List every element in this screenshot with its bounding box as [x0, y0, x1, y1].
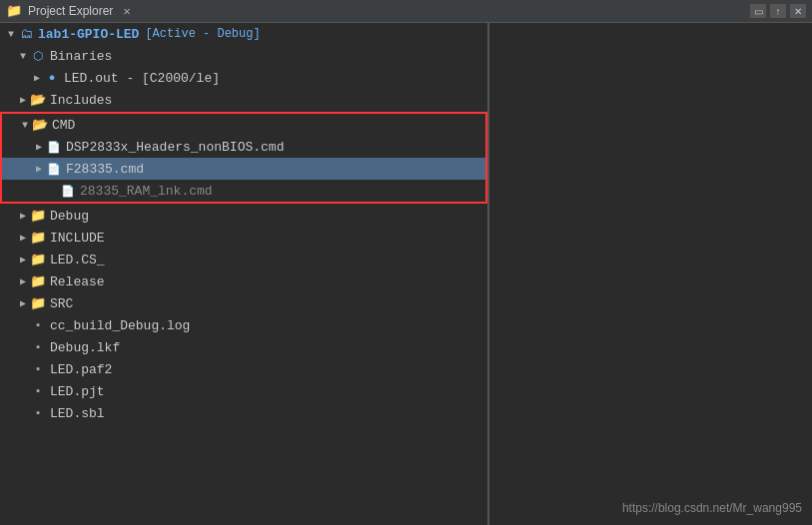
binaries-label: Binaries	[50, 49, 112, 64]
include-folder-label: INCLUDE	[50, 231, 105, 246]
led-out-icon: ●	[44, 70, 60, 86]
28335-lnk-icon: 📄	[60, 183, 76, 199]
led-sbl-icon: ▪	[30, 405, 46, 421]
title-bar: 📁 Project Explorer ✕ ▭ ↑ ✕	[0, 0, 812, 23]
tree-item-debug-lkf[interactable]: ▪ Debug.lkf	[0, 336, 487, 358]
arrow-src-folder	[16, 296, 30, 310]
src-folder-icon: 📁	[30, 295, 46, 311]
arrow-binaries	[16, 49, 30, 63]
cmd-highlighted-section: 📂 CMD 📄 DSP2833x_Headers_nonBIOS.cmd 📄 F…	[0, 112, 487, 204]
arrow-debug-folder	[16, 209, 30, 223]
release-folder-label: Release	[50, 274, 105, 289]
28335-lnk-label: 28335_RAM_lnk.cmd	[80, 184, 213, 199]
includes-folder-icon: 📂	[30, 92, 46, 108]
arrow-cmd	[18, 118, 32, 132]
dsp-cmd-file-icon: 📄	[46, 139, 62, 155]
arrow-project	[4, 27, 18, 41]
dsp-cmd-label: DSP2833x_Headers_nonBIOS.cmd	[66, 140, 284, 155]
includes-label: Includes	[50, 93, 112, 108]
watermark-text: https://blog.csdn.net/Mr_wang995	[622, 501, 802, 515]
tree-item-cc-build[interactable]: ▪ cc_build_Debug.log	[0, 314, 487, 336]
arrow-debug-lkf	[16, 340, 30, 354]
tree-item-src-folder[interactable]: 📁 SRC	[0, 292, 487, 314]
project-badge-label: [Active - Debug]	[145, 27, 260, 41]
binaries-icon: ⬡	[30, 48, 46, 64]
title-bar-controls: ▭ ↑ ✕	[750, 4, 806, 18]
tree-item-release-folder[interactable]: 📁 Release	[0, 270, 487, 292]
title-close-x[interactable]: ✕	[123, 4, 130, 19]
cmd-label: CMD	[52, 118, 75, 133]
include-folder-icon: 📁	[30, 230, 46, 246]
project-explorer-icon: 📁	[6, 3, 22, 19]
led-paf2-label: LED.paf2	[50, 362, 112, 377]
tree-item-led-paf2[interactable]: ▪ LED.paf2	[0, 358, 487, 380]
tree-item-f28335-cmd[interactable]: 📄 F28335.cmd	[2, 158, 485, 180]
led-cs-folder-icon: 📁	[30, 252, 46, 267]
src-folder-label: SRC	[50, 296, 73, 311]
tree-item-binaries[interactable]: ⬡ Binaries	[0, 45, 487, 67]
right-panel: https://blog.csdn.net/Mr_wang995	[489, 23, 812, 525]
tree-item-includes[interactable]: 📂 Includes	[0, 89, 487, 111]
project-name-label: lab1-GPIO-LED	[38, 27, 139, 42]
cc-build-label: cc_build_Debug.log	[50, 318, 190, 333]
tree-item-include-folder[interactable]: 📁 INCLUDE	[0, 227, 487, 249]
arrow-led-paf2	[16, 362, 30, 376]
f28335-cmd-file-icon: 📄	[46, 161, 62, 177]
arrow-led-pjt	[16, 384, 30, 398]
title-bar-left: 📁 Project Explorer ✕	[6, 3, 131, 19]
arrow-led-cs-folder	[16, 253, 30, 266]
led-pjt-icon: ▪	[30, 383, 46, 399]
project-explorer-panel[interactable]: 🗂 lab1-GPIO-LED [Active - Debug] ⬡ Binar…	[0, 23, 489, 525]
led-cs-folder-label: LED.CS_	[50, 253, 105, 267]
arrow-release-folder	[16, 274, 30, 288]
maximize-button[interactable]: ↑	[770, 4, 786, 18]
led-pjt-label: LED.pjt	[50, 384, 105, 399]
debug-folder-label: Debug	[50, 209, 89, 224]
cmd-folder-icon: 📂	[32, 117, 48, 133]
led-paf2-icon: ▪	[30, 361, 46, 377]
tree-item-dsp-cmd[interactable]: 📄 DSP2833x_Headers_nonBIOS.cmd	[2, 136, 485, 158]
debug-folder-icon: 📁	[30, 208, 46, 224]
led-sbl-label: LED.sbl	[50, 406, 105, 421]
arrow-dsp-cmd	[32, 140, 46, 154]
main-layout: 🗂 lab1-GPIO-LED [Active - Debug] ⬡ Binar…	[0, 23, 812, 525]
arrow-28335-lnk	[46, 184, 60, 198]
tree-item-led-sbl[interactable]: ▪ LED.sbl	[0, 402, 487, 424]
tree-item-project-root[interactable]: 🗂 lab1-GPIO-LED [Active - Debug]	[0, 23, 487, 45]
f28335-cmd-label: F28335.cmd	[66, 162, 144, 177]
tree-item-led-cs-folder[interactable]: 📁 LED.CS_	[0, 249, 487, 270]
arrow-includes	[16, 93, 30, 107]
minimize-button[interactable]: ▭	[750, 4, 766, 18]
cc-build-file-icon: ▪	[30, 317, 46, 333]
project-icon: 🗂	[18, 26, 34, 42]
close-button[interactable]: ✕	[790, 4, 806, 18]
tree-item-28335-lnk[interactable]: 📄 28335_RAM_lnk.cmd	[2, 180, 485, 202]
release-folder-icon: 📁	[30, 273, 46, 289]
arrow-led-sbl	[16, 406, 30, 420]
arrow-f28335-cmd	[32, 162, 46, 176]
title-text: Project Explorer	[28, 4, 113, 18]
tree-item-debug-folder[interactable]: 📁 Debug	[0, 205, 487, 227]
tree-item-led-pjt[interactable]: ▪ LED.pjt	[0, 380, 487, 402]
led-out-label: LED.out - [C2000/le]	[64, 71, 220, 86]
debug-lkf-icon: ▪	[30, 339, 46, 355]
arrow-cc-build	[16, 318, 30, 332]
tree-item-led-out[interactable]: ● LED.out - [C2000/le]	[0, 67, 487, 89]
arrow-include-folder	[16, 231, 30, 245]
arrow-led-out	[30, 71, 44, 85]
debug-lkf-label: Debug.lkf	[50, 340, 120, 355]
tree-item-cmd[interactable]: 📂 CMD	[2, 114, 485, 136]
